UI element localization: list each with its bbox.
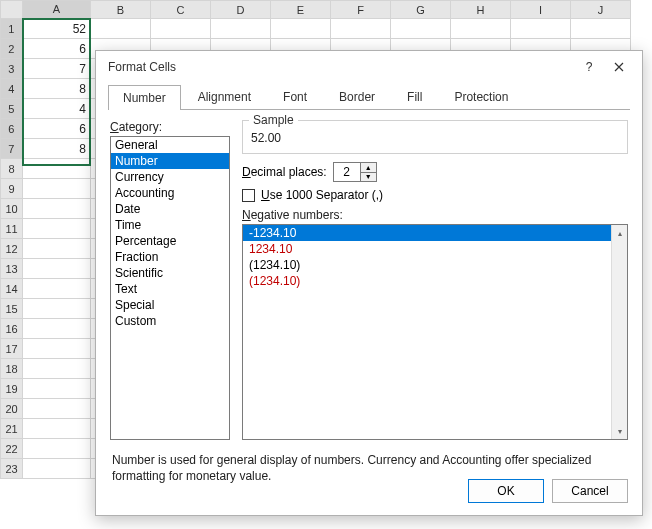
cell-A17[interactable] xyxy=(23,339,91,359)
cell-I1[interactable] xyxy=(511,19,571,39)
cell-A9[interactable] xyxy=(23,179,91,199)
row-header-12[interactable]: 12 xyxy=(1,239,23,259)
cell-E1[interactable] xyxy=(271,19,331,39)
help-button[interactable]: ? xyxy=(574,54,604,80)
col-header-H[interactable]: H xyxy=(451,1,511,19)
scroll-down-icon[interactable]: ▾ xyxy=(612,423,627,439)
cell-A13[interactable] xyxy=(23,259,91,279)
row-header-11[interactable]: 11 xyxy=(1,219,23,239)
spin-up[interactable]: ▲ xyxy=(361,163,376,172)
cell-A7[interactable]: 8 xyxy=(23,139,91,159)
cell-A4[interactable]: 8 xyxy=(23,79,91,99)
category-listbox[interactable]: GeneralNumberCurrencyAccountingDateTimeP… xyxy=(110,136,230,440)
ok-button[interactable]: OK xyxy=(468,479,544,503)
col-header-J[interactable]: J xyxy=(571,1,631,19)
cell-G1[interactable] xyxy=(391,19,451,39)
category-item-general[interactable]: General xyxy=(111,137,229,153)
cell-A14[interactable] xyxy=(23,279,91,299)
row-header-16[interactable]: 16 xyxy=(1,319,23,339)
negative-option-1[interactable]: 1234.10 xyxy=(243,241,611,257)
spin-down[interactable]: ▼ xyxy=(361,172,376,182)
tab-number[interactable]: Number xyxy=(108,85,181,110)
category-item-fraction[interactable]: Fraction xyxy=(111,249,229,265)
row-header-23[interactable]: 23 xyxy=(1,459,23,479)
cell-A5[interactable]: 4 xyxy=(23,99,91,119)
listbox-scrollbar[interactable]: ▴ ▾ xyxy=(611,225,627,439)
col-header-E[interactable]: E xyxy=(271,1,331,19)
col-header-I[interactable]: I xyxy=(511,1,571,19)
row-header-15[interactable]: 15 xyxy=(1,299,23,319)
decimal-places-field[interactable] xyxy=(334,163,360,181)
col-header-G[interactable]: G xyxy=(391,1,451,19)
row-header-9[interactable]: 9 xyxy=(1,179,23,199)
cell-B1[interactable] xyxy=(91,19,151,39)
row-header-2[interactable]: 2 xyxy=(1,39,23,59)
negative-option-0[interactable]: -1234.10 xyxy=(243,225,611,241)
tab-protection[interactable]: Protection xyxy=(439,84,523,109)
tab-border[interactable]: Border xyxy=(324,84,390,109)
row-header-7[interactable]: 7 xyxy=(1,139,23,159)
cell-A23[interactable] xyxy=(23,459,91,479)
row-header-22[interactable]: 22 xyxy=(1,439,23,459)
row-header-13[interactable]: 13 xyxy=(1,259,23,279)
category-item-accounting[interactable]: Accounting xyxy=(111,185,229,201)
cell-A21[interactable] xyxy=(23,419,91,439)
row-header-6[interactable]: 6 xyxy=(1,119,23,139)
cell-A8[interactable] xyxy=(23,159,91,179)
cell-A10[interactable] xyxy=(23,199,91,219)
col-header-B[interactable]: B xyxy=(91,1,151,19)
row-header-20[interactable]: 20 xyxy=(1,399,23,419)
row-header-4[interactable]: 4 xyxy=(1,79,23,99)
category-item-percentage[interactable]: Percentage xyxy=(111,233,229,249)
negative-numbers-listbox[interactable]: -1234.101234.10(1234.10)(1234.10) ▴ ▾ xyxy=(242,224,628,440)
row-header-5[interactable]: 5 xyxy=(1,99,23,119)
category-item-scientific[interactable]: Scientific xyxy=(111,265,229,281)
category-item-special[interactable]: Special xyxy=(111,297,229,313)
category-item-custom[interactable]: Custom xyxy=(111,313,229,329)
cell-A3[interactable]: 7 xyxy=(23,59,91,79)
cell-H1[interactable] xyxy=(451,19,511,39)
cell-A12[interactable] xyxy=(23,239,91,259)
row-header-8[interactable]: 8 xyxy=(1,159,23,179)
negative-option-2[interactable]: (1234.10) xyxy=(243,257,611,273)
select-all-corner[interactable] xyxy=(1,1,23,19)
col-header-F[interactable]: F xyxy=(331,1,391,19)
cancel-button[interactable]: Cancel xyxy=(552,479,628,503)
cell-A1[interactable]: 52 xyxy=(23,19,91,39)
col-header-A[interactable]: A xyxy=(23,1,91,19)
cell-A15[interactable] xyxy=(23,299,91,319)
row-header-10[interactable]: 10 xyxy=(1,199,23,219)
tab-alignment[interactable]: Alignment xyxy=(183,84,266,109)
scroll-up-icon[interactable]: ▴ xyxy=(612,225,627,241)
close-button[interactable] xyxy=(604,54,634,80)
row-header-1[interactable]: 1 xyxy=(1,19,23,39)
cell-J1[interactable] xyxy=(571,19,631,39)
category-item-number[interactable]: Number xyxy=(111,153,229,169)
row-header-18[interactable]: 18 xyxy=(1,359,23,379)
tab-fill[interactable]: Fill xyxy=(392,84,437,109)
row-header-3[interactable]: 3 xyxy=(1,59,23,79)
cell-F1[interactable] xyxy=(331,19,391,39)
category-item-time[interactable]: Time xyxy=(111,217,229,233)
category-item-date[interactable]: Date xyxy=(111,201,229,217)
row-header-14[interactable]: 14 xyxy=(1,279,23,299)
negative-option-3[interactable]: (1234.10) xyxy=(243,273,611,289)
cell-D1[interactable] xyxy=(211,19,271,39)
cell-A6[interactable]: 6 xyxy=(23,119,91,139)
cell-A16[interactable] xyxy=(23,319,91,339)
tab-font[interactable]: Font xyxy=(268,84,322,109)
decimal-places-input[interactable]: ▲ ▼ xyxy=(333,162,377,182)
col-header-C[interactable]: C xyxy=(151,1,211,19)
cell-A19[interactable] xyxy=(23,379,91,399)
row-header-17[interactable]: 17 xyxy=(1,339,23,359)
thousand-separator-checkbox[interactable] xyxy=(242,189,255,202)
category-item-currency[interactable]: Currency xyxy=(111,169,229,185)
cell-A22[interactable] xyxy=(23,439,91,459)
cell-A20[interactable] xyxy=(23,399,91,419)
cell-C1[interactable] xyxy=(151,19,211,39)
category-item-text[interactable]: Text xyxy=(111,281,229,297)
cell-A2[interactable]: 6 xyxy=(23,39,91,59)
col-header-D[interactable]: D xyxy=(211,1,271,19)
row-header-19[interactable]: 19 xyxy=(1,379,23,399)
row-header-21[interactable]: 21 xyxy=(1,419,23,439)
